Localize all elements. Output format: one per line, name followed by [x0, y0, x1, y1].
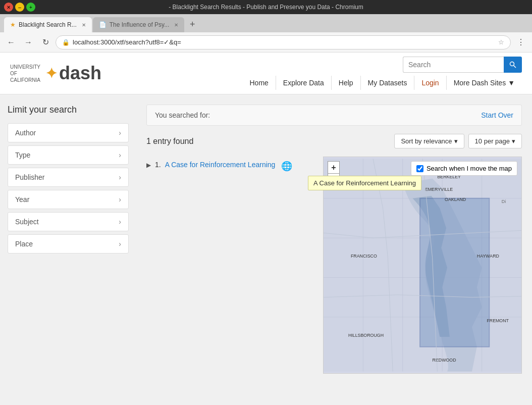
result-expand-icon[interactable]: ▶: [146, 162, 151, 169]
svg-text:HAYWARD: HAYWARD: [477, 254, 499, 259]
university-label: UNIVERSITYOFCALIFORNIA: [10, 64, 40, 83]
results-header-bar: You searched for: Start Over: [146, 105, 522, 126]
svg-text:FREMONT: FREMONT: [487, 318, 509, 323]
search-input[interactable]: [403, 57, 504, 73]
geo-icon[interactable]: 🌐: [281, 161, 292, 172]
map-search-checkbox[interactable]: [416, 165, 423, 172]
nav-my-datasets[interactable]: My Datasets: [361, 76, 415, 90]
per-page-dropdown-icon: ▾: [512, 137, 515, 145]
main-content: Limit your search Author › Type › Publis…: [0, 94, 532, 405]
sidebar: Limit your search Author › Type › Publis…: [0, 94, 136, 405]
facet-subject-label: Subject: [15, 218, 39, 226]
tab2-close[interactable]: ✕: [174, 22, 178, 28]
nav-more-dash-sites[interactable]: More Dash Sites ▼: [447, 76, 522, 90]
tab-blacklight[interactable]: ★ Blacklight Search R... ✕: [4, 17, 92, 32]
facet-publisher[interactable]: Publisher ›: [8, 168, 129, 187]
facet-publisher-arrow-icon: ›: [119, 173, 121, 181]
per-page-button[interactable]: 10 per page ▾: [468, 134, 522, 148]
svg-text:EMERYVILLE: EMERYVILLE: [425, 187, 453, 192]
result-number: 1.: [155, 161, 161, 169]
facet-type[interactable]: Type ›: [8, 145, 129, 165]
facet-subject-arrow-icon: ›: [119, 218, 121, 226]
bookmark-icon[interactable]: ☆: [498, 38, 504, 46]
per-page-label: 10 per page: [475, 137, 510, 145]
searched-for-text: You searched for:: [155, 111, 210, 119]
sort-controls: Sort by relevance ▾ 10 per page ▾: [394, 134, 522, 148]
header-search-area: [403, 57, 522, 73]
title-bar: ✕ – + - Blacklight Search Results - Publ…: [0, 0, 532, 14]
reload-button[interactable]: ↻: [38, 35, 52, 49]
result-list: ▶ 1. A Case for Reinforcement Learning 🌐…: [146, 157, 323, 374]
facet-year-arrow-icon: ›: [119, 195, 121, 204]
result-map-area: ▶ 1. A Case for Reinforcement Learning 🌐…: [146, 157, 522, 374]
nav-links: Home Explore Data Help My Datasets Login…: [242, 76, 522, 90]
logo-area: UNIVERSITYOFCALIFORNIA ✦ dash: [10, 63, 101, 84]
zoom-in-button[interactable]: +: [328, 161, 340, 173]
nav-explore[interactable]: Explore Data: [276, 76, 332, 90]
tab1-label: Blacklight Search R...: [19, 21, 77, 28]
site-header: UNIVERSITYOFCALIFORNIA ✦ dash Home Explo…: [0, 53, 532, 94]
url-bar[interactable]: 🔒 localhost:3000/xtf/search?utf8=✓&q= ☆: [56, 35, 511, 49]
tooltip-text: A Case for Reinforcement Learning: [313, 179, 416, 187]
facet-year[interactable]: Year ›: [8, 190, 129, 209]
facet-place[interactable]: Place ›: [8, 234, 129, 254]
nav-home[interactable]: Home: [242, 76, 276, 90]
facet-author-label: Author: [15, 129, 36, 137]
window-title: - Blacklight Search Results - Publish an…: [169, 4, 363, 11]
nav-login[interactable]: Login: [414, 76, 446, 90]
facet-type-label: Type: [15, 151, 30, 159]
map-search-label: Search when I move the map: [427, 165, 512, 172]
entry-count: 1 entry found: [146, 137, 193, 146]
facet-place-arrow-icon: ›: [119, 240, 121, 248]
svg-line-1: [514, 66, 516, 68]
more-dash-sites-label: More Dash Sites: [454, 79, 506, 87]
start-over-link[interactable]: Start Over: [481, 111, 513, 119]
uc-logo-text: UNIVERSITYOFCALIFORNIA: [10, 64, 40, 83]
address-bar: ← → ↻ 🔒 localhost:3000/xtf/search?utf8=✓…: [0, 32, 532, 53]
results-area: You searched for: Start Over 1 entry fou…: [136, 94, 532, 405]
tab-bar: ★ Blacklight Search R... ✕ 📄 The Influen…: [0, 14, 532, 32]
facet-year-label: Year: [15, 195, 29, 204]
forward-button[interactable]: →: [21, 35, 35, 49]
title-bar-left: ✕ – +: [4, 3, 35, 12]
back-button[interactable]: ←: [4, 35, 18, 49]
svg-text:FRANCISCO: FRANCISCO: [351, 254, 377, 259]
facet-author-arrow-icon: ›: [119, 129, 121, 137]
facet-type-arrow-icon: ›: [119, 151, 121, 159]
new-tab-button[interactable]: +: [185, 17, 199, 31]
facet-publisher-label: Publisher: [15, 173, 44, 181]
dash-star-icon: ✦: [45, 65, 57, 82]
sort-relevance-button[interactable]: Sort by relevance ▾: [394, 134, 464, 148]
sidebar-title: Limit your search: [8, 105, 129, 115]
close-button[interactable]: ✕: [4, 3, 13, 12]
tab2-favicon: 📄: [99, 21, 107, 28]
chrome-menu-button[interactable]: ⋮: [514, 35, 528, 49]
svg-text:HILLSBOROUGH: HILLSBOROUGH: [348, 333, 384, 338]
facet-author[interactable]: Author ›: [8, 123, 129, 142]
svg-text:Di: Di: [502, 199, 506, 205]
map-search-toggle[interactable]: Search when I move the map: [411, 161, 517, 176]
title-bar-controls: ✕ – +: [4, 3, 35, 12]
tab2-label: The Influence of Psy...: [110, 21, 170, 28]
nav-help[interactable]: Help: [332, 76, 361, 90]
facet-subject[interactable]: Subject ›: [8, 212, 129, 231]
svg-rect-11: [420, 198, 489, 347]
svg-text:OAKLAND: OAKLAND: [445, 197, 466, 202]
result-link-1[interactable]: A Case for Reinforcement Learning: [165, 161, 276, 169]
maximize-button[interactable]: +: [26, 3, 35, 12]
svg-point-0: [510, 62, 514, 66]
sort-relevance-label: Sort by relevance: [401, 137, 452, 145]
dash-logo-text: dash: [59, 63, 101, 84]
results-controls: 1 entry found Sort by relevance ▾ 10 per…: [146, 134, 522, 148]
sort-dropdown-icon: ▾: [454, 137, 458, 145]
url-text: localhost:3000/xtf/search?utf8=✓&q=: [73, 38, 495, 46]
search-button[interactable]: [504, 57, 522, 73]
svg-text:REDWOOD: REDWOOD: [433, 358, 456, 363]
result-tooltip: A Case for Reinforcement Learning: [308, 176, 421, 190]
result-item-1: ▶ 1. A Case for Reinforcement Learning 🌐: [146, 157, 323, 176]
search-icon: [509, 61, 516, 68]
tab1-close[interactable]: ✕: [82, 22, 86, 28]
dash-logo[interactable]: ✦ dash: [45, 63, 101, 84]
tab-influence[interactable]: 📄 The Influence of Psy... ✕: [93, 17, 185, 32]
minimize-button[interactable]: –: [15, 3, 24, 12]
